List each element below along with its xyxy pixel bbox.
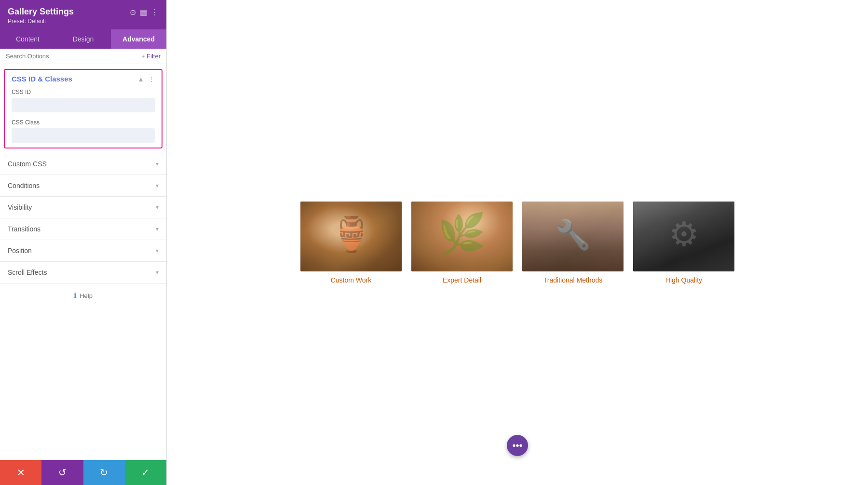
- sidebar-preset[interactable]: Preset: Default: [8, 18, 74, 25]
- chevron-down-icon: ▾: [156, 247, 159, 254]
- css-id-input[interactable]: [12, 98, 155, 112]
- tab-design[interactable]: Design: [55, 29, 111, 49]
- transitions-header[interactable]: Transitions ▾: [0, 218, 166, 240]
- more-icon[interactable]: ⋮: [151, 8, 159, 17]
- save-button[interactable]: ✓: [125, 460, 166, 485]
- css-id-label: CSS ID: [12, 89, 155, 95]
- gallery-image-expert-detail[interactable]: [411, 202, 513, 271]
- position-section: Position ▾: [0, 240, 166, 262]
- collapse-icon[interactable]: ▲: [137, 75, 144, 83]
- css-id-classes-section: CSS ID & Classes ▲ ⋮ CSS ID CSS Class: [4, 69, 163, 148]
- css-class-input[interactable]: [12, 128, 155, 143]
- conditions-section: Conditions ▾: [0, 175, 166, 197]
- fab-button[interactable]: •••: [507, 435, 528, 456]
- position-header[interactable]: Position ▾: [0, 240, 166, 261]
- chevron-down-icon: ▾: [156, 269, 159, 276]
- chevron-down-icon: ▾: [156, 204, 159, 211]
- main-content: Custom Work Expert Detail Traditional Me…: [167, 0, 868, 485]
- chevron-down-icon: ▾: [156, 161, 159, 167]
- css-class-label: CSS Class: [12, 119, 155, 126]
- gallery-item: Traditional Methods: [522, 202, 624, 284]
- layout-icon[interactable]: ▤: [140, 8, 147, 17]
- gallery-item: High Quality: [633, 202, 734, 284]
- scroll-effects-section: Scroll Effects ▾: [0, 262, 166, 283]
- sidebar-content: CSS ID & Classes ▲ ⋮ CSS ID CSS Class Cu…: [0, 64, 166, 460]
- custom-css-header[interactable]: Custom CSS ▾: [0, 153, 166, 175]
- gallery-caption-high-quality: High Quality: [665, 276, 702, 284]
- chevron-down-icon: ▾: [156, 182, 159, 189]
- tab-content[interactable]: Content: [0, 29, 55, 49]
- gallery-grid: Custom Work Expert Detail Traditional Me…: [300, 202, 734, 284]
- visibility-label: Visibility: [8, 203, 32, 211]
- gallery-caption-custom-work: Custom Work: [331, 276, 372, 284]
- gallery-caption-expert-detail: Expert Detail: [443, 276, 481, 284]
- section-title: CSS ID & Classes: [12, 75, 72, 83]
- settings-icon[interactable]: ⊙: [130, 8, 136, 17]
- transitions-section: Transitions ▾: [0, 218, 166, 240]
- custom-css-section: Custom CSS ▾: [0, 153, 166, 175]
- search-bar: + Filter: [0, 49, 166, 64]
- transitions-label: Transitions: [8, 225, 41, 233]
- search-input[interactable]: [6, 53, 137, 60]
- gallery-image-traditional-methods[interactable]: [522, 202, 624, 271]
- sidebar-toolbar: ✕ ↺ ↻ ✓: [0, 460, 166, 485]
- section-header: CSS ID & Classes ▲ ⋮: [12, 75, 155, 83]
- undo-button[interactable]: ↺: [41, 460, 83, 485]
- help-section: ℹ Help: [0, 283, 166, 308]
- redo-button[interactable]: ↻: [83, 460, 125, 485]
- visibility-section: Visibility ▾: [0, 197, 166, 218]
- cancel-button[interactable]: ✕: [0, 460, 41, 485]
- gallery-item: Expert Detail: [411, 202, 513, 284]
- conditions-label: Conditions: [8, 182, 40, 189]
- gallery-image-custom-work[interactable]: [300, 202, 402, 271]
- sidebar-header-icons: ⊙ ▤ ⋮: [130, 8, 159, 17]
- conditions-header[interactable]: Conditions ▾: [0, 175, 166, 196]
- position-label: Position: [8, 247, 32, 255]
- sidebar: Gallery Settings Preset: Default ⊙ ▤ ⋮ C…: [0, 0, 167, 485]
- help-icon: ℹ: [74, 291, 77, 300]
- sidebar-header: Gallery Settings Preset: Default ⊙ ▤ ⋮: [0, 0, 166, 29]
- chevron-down-icon: ▾: [156, 226, 159, 232]
- tab-advanced[interactable]: Advanced: [111, 29, 166, 49]
- gallery-caption-traditional-methods: Traditional Methods: [543, 276, 602, 284]
- filter-button[interactable]: + Filter: [141, 53, 161, 60]
- custom-css-label: Custom CSS: [8, 160, 47, 168]
- sidebar-title: Gallery Settings: [8, 7, 74, 17]
- help-label[interactable]: Help: [80, 292, 93, 299]
- scroll-effects-label: Scroll Effects: [8, 269, 47, 276]
- sidebar-tabs: Content Design Advanced: [0, 29, 166, 49]
- gallery-item: Custom Work: [300, 202, 402, 284]
- section-header-actions: ▲ ⋮: [137, 75, 155, 83]
- gallery-image-high-quality[interactable]: [633, 202, 734, 271]
- section-more-icon[interactable]: ⋮: [148, 75, 155, 83]
- visibility-header[interactable]: Visibility ▾: [0, 197, 166, 218]
- scroll-effects-header[interactable]: Scroll Effects ▾: [0, 262, 166, 283]
